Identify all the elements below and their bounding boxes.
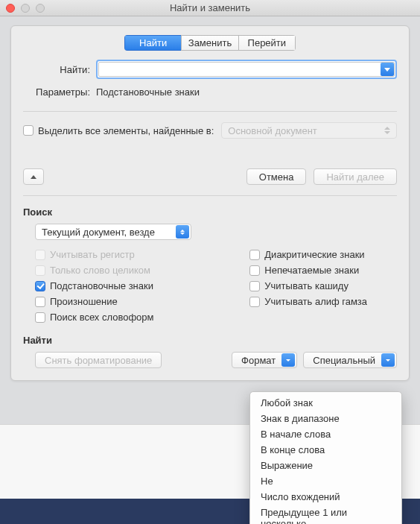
menu-item-end-word[interactable]: В конце слова bbox=[250, 442, 401, 458]
option-wildcards[interactable]: Подстановочные знаки bbox=[35, 280, 154, 291]
option-label: Учитывать регистр bbox=[50, 249, 135, 260]
find-next-button: Найти далее bbox=[314, 168, 397, 185]
stepper-icon bbox=[384, 127, 392, 134]
search-scope-select[interactable]: Текущий документ, везде bbox=[35, 224, 191, 240]
find-input[interactable] bbox=[98, 62, 395, 77]
special-menu: Любой знак Знак в диапазоне В начале сло… bbox=[249, 391, 402, 524]
titlebar: Найти и заменить bbox=[0, 0, 420, 16]
chevron-up-icon bbox=[31, 175, 36, 179]
checkbox-icon bbox=[35, 250, 45, 260]
find-history-button[interactable] bbox=[381, 63, 394, 76]
option-nonprinting[interactable]: Непечатаемые знаки bbox=[249, 265, 367, 276]
highlight-scope-select: Основной документ bbox=[221, 122, 397, 139]
highlight-scope-value: Основной документ bbox=[228, 125, 317, 136]
option-label: Непечатаемые знаки bbox=[264, 265, 359, 276]
option-label: Учитывать кашиду bbox=[264, 280, 349, 291]
option-alef-hamza[interactable]: Учитывать алиф гамза bbox=[249, 296, 367, 307]
search-scope-value: Текущий документ, везде bbox=[42, 227, 155, 238]
window-title: Найти и заменить bbox=[0, 2, 420, 13]
clear-formatting-button: Снять форматирование bbox=[35, 352, 162, 368]
option-sounds-like[interactable]: Произношение bbox=[35, 296, 154, 307]
dropdown-button[interactable] bbox=[281, 353, 295, 367]
find-combo[interactable] bbox=[96, 60, 397, 79]
format-label: Формат bbox=[241, 355, 276, 366]
tab-find[interactable]: Найти bbox=[124, 35, 181, 51]
params-value: Подстановочные знаки bbox=[96, 86, 200, 98]
checkbox-icon bbox=[35, 297, 45, 307]
highlight-row: Выделить все элементы, найденные в: Осно… bbox=[23, 122, 397, 139]
dropdown-button[interactable] bbox=[176, 225, 189, 239]
highlight-checkbox[interactable]: Выделить все элементы, найденные в: bbox=[23, 125, 214, 136]
find-section-title: Найти bbox=[23, 335, 397, 346]
menu-item-expression[interactable]: Выражение bbox=[250, 458, 401, 473]
option-match-case: Учитывать регистр bbox=[35, 249, 154, 260]
option-whole-word: Только слово целиком bbox=[35, 265, 154, 276]
menu-item-begin-word[interactable]: В начале слова bbox=[250, 426, 401, 442]
search-options-grid: Учитывать регистр Только слово целиком П… bbox=[35, 249, 397, 323]
cancel-button[interactable]: Отмена bbox=[246, 168, 307, 185]
special-dropdown[interactable]: Специальный bbox=[303, 352, 397, 368]
find-format-row: Снять форматирование Формат Специальный bbox=[35, 352, 397, 368]
search-options-left: Учитывать регистр Только слово целиком П… bbox=[35, 249, 154, 323]
checkbox-icon bbox=[249, 281, 260, 291]
option-label: Подстановочные знаки bbox=[50, 280, 153, 291]
divider bbox=[23, 195, 397, 196]
menu-item-any-char[interactable]: Любой знак bbox=[250, 395, 401, 411]
checkbox-icon bbox=[35, 281, 45, 291]
tab-goto[interactable]: Перейти bbox=[238, 35, 296, 51]
divider bbox=[23, 111, 397, 112]
format-dropdown[interactable]: Формат bbox=[232, 352, 297, 368]
dropdown-button[interactable] bbox=[381, 353, 395, 367]
option-label: Только слово целиком bbox=[50, 265, 150, 276]
find-row: Найти: bbox=[23, 60, 397, 79]
checkbox-icon bbox=[249, 250, 260, 260]
menu-item-prev-one-or-more[interactable]: Предыдущее 1 или несколько bbox=[250, 505, 401, 524]
caret-down-icon bbox=[384, 68, 390, 72]
option-label: Диакритические знаки bbox=[264, 249, 364, 260]
special-label: Специальный bbox=[313, 355, 375, 366]
tab-replace[interactable]: Заменить bbox=[181, 35, 238, 51]
option-label: Произношение bbox=[50, 296, 118, 307]
action-row: Отмена Найти далее bbox=[23, 168, 397, 185]
checkbox-icon bbox=[35, 312, 45, 323]
collapse-button[interactable] bbox=[23, 168, 44, 185]
find-replace-dialog: Найти Заменить Перейти Найти: Параметры:… bbox=[10, 25, 410, 381]
menu-item-not[interactable]: Не bbox=[250, 473, 401, 489]
option-word-forms[interactable]: Поиск всех словоформ bbox=[35, 312, 154, 323]
params-row: Параметры: Подстановочные знаки bbox=[23, 86, 397, 98]
menu-item-num-occurrences[interactable]: Число вхождений bbox=[250, 489, 401, 505]
search-options-right: Диакритические знаки Непечатаемые знаки … bbox=[249, 249, 397, 323]
checkbox-icon bbox=[23, 125, 34, 136]
checkbox-icon bbox=[249, 265, 260, 276]
option-kashida[interactable]: Учитывать кашиду bbox=[249, 280, 367, 291]
search-section-title: Поиск bbox=[23, 206, 397, 218]
menu-item-char-in-range[interactable]: Знак в диапазоне bbox=[250, 411, 401, 426]
mode-tabs: Найти Заменить Перейти bbox=[124, 35, 296, 51]
checkbox-icon bbox=[249, 297, 260, 307]
checkbox-icon bbox=[35, 265, 45, 276]
params-label: Параметры: bbox=[23, 86, 90, 98]
highlight-label: Выделить все элементы, найденные в: bbox=[38, 125, 214, 136]
find-label: Найти: bbox=[23, 64, 90, 75]
option-label: Поиск всех словоформ bbox=[50, 312, 154, 323]
option-label: Учитывать алиф гамза bbox=[264, 296, 367, 307]
option-diacritics[interactable]: Диакритические знаки bbox=[249, 249, 367, 260]
